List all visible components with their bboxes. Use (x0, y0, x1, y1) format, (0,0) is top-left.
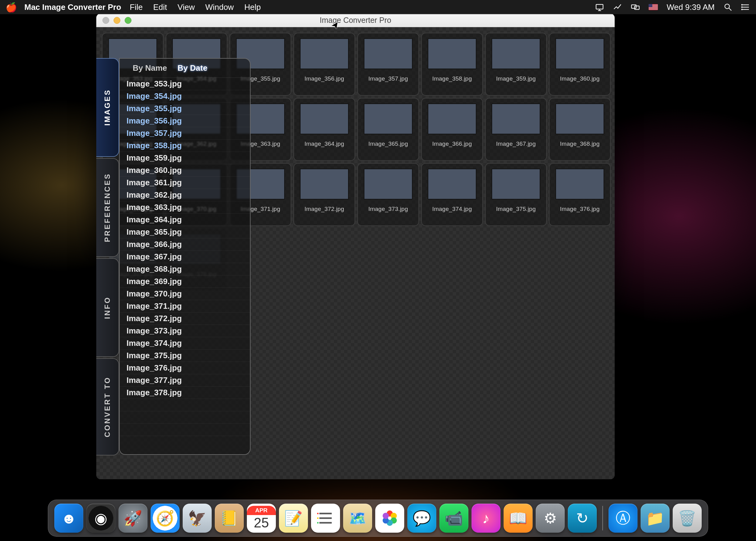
file-list-item[interactable]: Image_377.jpg (120, 374, 250, 387)
thumbnail[interactable]: Image_357.jpg (357, 33, 419, 96)
apple-menu-icon[interactable]: 🍎 (6, 2, 17, 13)
file-list-item[interactable]: Image_373.jpg (120, 325, 250, 337)
file-list-item[interactable]: Image_374.jpg (120, 337, 250, 349)
dock-launchpad-icon[interactable]: 🚀 (119, 504, 147, 533)
file-list-item[interactable]: Image_358.jpg (120, 140, 250, 152)
file-list-item[interactable]: Image_370.jpg (120, 288, 250, 300)
svg-point-6 (741, 9, 742, 10)
file-list-item[interactable]: Image_361.jpg (120, 177, 250, 189)
file-list-item[interactable]: Image_355.jpg (120, 103, 250, 115)
dock-appstore-icon[interactable]: Ⓐ (609, 504, 637, 533)
tab-images[interactable]: IMAGES (96, 58, 119, 157)
thumbnail[interactable]: Image_368.jpg (549, 98, 611, 161)
thumbnail-label: Image_366.jpg (432, 141, 472, 147)
status-screens-icon[interactable] (631, 2, 640, 12)
thumbnail-label: Image_376.jpg (560, 206, 600, 213)
svg-point-3 (725, 4, 729, 9)
file-list-item[interactable]: Image_364.jpg (120, 214, 250, 226)
file-list-item[interactable]: Image_357.jpg (120, 127, 250, 140)
thumbnail[interactable]: Image_367.jpg (485, 98, 547, 161)
dock-messages-icon[interactable]: 💬 (407, 504, 436, 533)
file-list-item[interactable]: Image_353.jpg (120, 78, 250, 90)
menubar-app-name[interactable]: Mac Image Converter Pro (24, 2, 121, 12)
thumbnail-image (555, 169, 604, 200)
thumbnail[interactable]: Image_360.jpg (549, 33, 611, 96)
thumbnail-label: Image_374.jpg (432, 206, 472, 213)
sort-by-date[interactable]: By Date (177, 63, 207, 73)
sort-by-name[interactable]: By Name (133, 63, 167, 73)
file-list-item[interactable]: Image_356.jpg (120, 115, 250, 127)
window-minimize-button[interactable] (114, 17, 121, 24)
file-list-item[interactable]: Image_368.jpg (120, 263, 250, 275)
dock-itunes-icon[interactable]: ♪ (471, 504, 500, 533)
file-list-item[interactable]: Image_354.jpg (120, 90, 250, 103)
file-list-item[interactable]: Image_367.jpg (120, 251, 250, 263)
spotlight-icon[interactable] (723, 2, 733, 12)
menu-file[interactable]: File (130, 2, 143, 12)
window-zoom-button[interactable] (125, 17, 131, 24)
dock-mail-icon[interactable]: 🦅 (183, 504, 212, 533)
thumbnail[interactable]: Image_365.jpg (357, 98, 419, 161)
file-list-item[interactable]: Image_375.jpg (120, 349, 250, 362)
thumbnail[interactable]: Image_373.jpg (357, 163, 419, 226)
tab-convert-to[interactable]: CONVERT TO (96, 358, 119, 455)
thumbnail-image (300, 169, 349, 200)
dock-downloads-icon[interactable]: 📁 (640, 504, 669, 533)
thumbnail[interactable]: Image_366.jpg (421, 98, 483, 161)
thumbnail[interactable]: Image_376.jpg (549, 163, 611, 226)
menu-help[interactable]: Help (244, 2, 261, 12)
file-list-item[interactable]: Image_371.jpg (120, 300, 250, 312)
dock-calendar-month: APR (247, 506, 276, 515)
notification-center-icon[interactable] (741, 2, 750, 12)
file-list-item[interactable]: Image_366.jpg (120, 239, 250, 251)
dock-contacts-icon[interactable]: 📒 (215, 504, 244, 533)
dock-calendar-icon[interactable]: APR 25 (247, 504, 276, 533)
tab-info[interactable]: INFO (96, 258, 119, 357)
dock-system-preferences-icon[interactable]: ⚙ (536, 504, 565, 533)
thumbnail-image (428, 104, 476, 134)
file-list-item[interactable]: Image_365.jpg (120, 226, 250, 239)
thumbnail[interactable]: Image_359.jpg (485, 33, 547, 96)
status-display-icon[interactable] (595, 2, 604, 12)
thumbnail[interactable]: Image_358.jpg (421, 33, 483, 96)
file-list-item[interactable]: Image_363.jpg (120, 201, 250, 214)
menu-view[interactable]: View (177, 2, 195, 12)
thumbnail-image (428, 169, 476, 200)
svg-point-12 (317, 522, 319, 524)
thumbnail[interactable]: Image_372.jpg (294, 163, 355, 226)
menu-window[interactable]: Window (205, 2, 234, 12)
menubar-clock[interactable]: Wed 9:39 AM (666, 2, 715, 12)
svg-point-5 (741, 7, 742, 8)
window-titlebar[interactable]: Image Converter Pro (96, 14, 615, 27)
window-close-button[interactable] (103, 17, 109, 24)
file-list-item[interactable]: Image_376.jpg (120, 362, 250, 374)
thumbnail[interactable]: Image_364.jpg (294, 98, 355, 161)
file-list-item[interactable]: Image_360.jpg (120, 164, 250, 177)
file-list-item[interactable]: Image_362.jpg (120, 189, 250, 201)
dock-maps-icon[interactable]: 🗺️ (343, 504, 372, 533)
thumbnail[interactable]: Image_374.jpg (421, 163, 483, 226)
dock-calendar-day: 25 (254, 515, 269, 530)
dock-reminders-icon[interactable] (311, 504, 340, 533)
thumbnail[interactable]: Image_375.jpg (485, 163, 547, 226)
dock-image-converter-icon[interactable]: ↻ (568, 504, 597, 533)
tab-preferences[interactable]: PREFERENCES (96, 158, 119, 257)
status-remote-icon[interactable] (613, 2, 622, 12)
file-list-item[interactable]: Image_372.jpg (120, 312, 250, 325)
status-input-flag[interactable] (648, 4, 658, 10)
dock-safari-icon[interactable]: 🧭 (150, 504, 179, 533)
dock-finder-icon[interactable]: ☻ (54, 504, 83, 533)
file-list-item[interactable]: Image_359.jpg (120, 152, 250, 164)
menu-edit[interactable]: Edit (153, 2, 167, 12)
file-list-item[interactable]: Image_369.jpg (120, 275, 250, 288)
dock-ibooks-icon[interactable]: 📖 (504, 504, 533, 533)
dock-photos-icon[interactable] (375, 504, 404, 533)
thumbnail-label: Image_367.jpg (496, 141, 536, 147)
thumbnail[interactable]: Image_356.jpg (294, 33, 355, 96)
dock-trash-icon[interactable]: 🗑️ (673, 504, 702, 533)
file-list-item[interactable]: Image_378.jpg (120, 387, 250, 399)
dock-facetime-icon[interactable]: 📹 (439, 504, 468, 533)
dock-siri-icon[interactable]: ◉ (87, 504, 116, 533)
dock-notes-icon[interactable]: 📝 (279, 504, 308, 533)
file-list[interactable]: Image_353.jpgImage_354.jpgImage_355.jpgI… (120, 78, 250, 454)
